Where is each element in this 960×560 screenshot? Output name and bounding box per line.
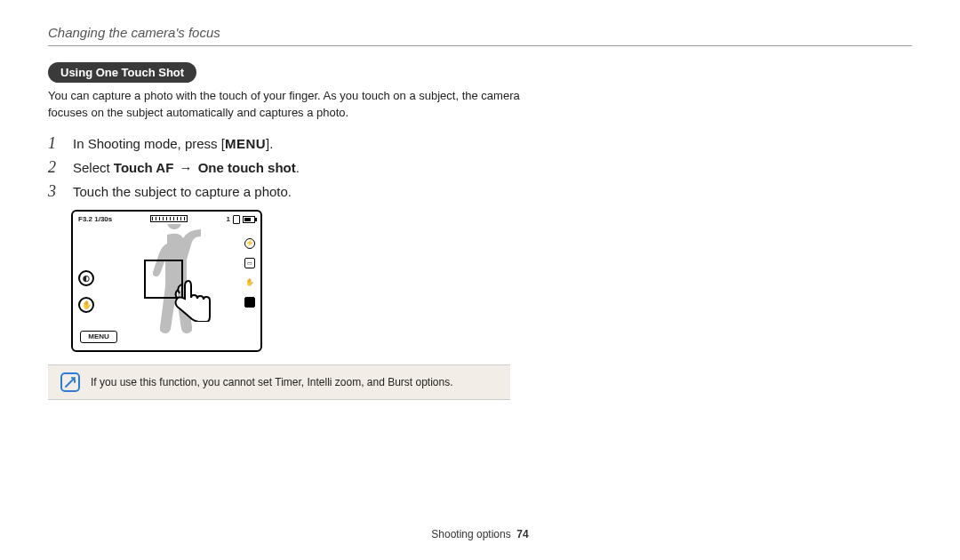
section-title: Changing the camera's focus [48,25,912,40]
stabilize-icon: ✋ [244,277,255,288]
page-footer: Shooting options 74 [0,528,960,540]
arrow-icon: → [178,160,195,175]
step-2: 2 Select Touch AF → One touch shot. [48,158,912,177]
shot-count: 1 [227,215,230,223]
step-2-part-d: . [296,160,300,175]
note-text: If you use this function, you cannot set… [91,376,453,388]
step-3: 3 Touch the subject to capture a photo. [48,182,912,201]
step-2-text: Select Touch AF → One touch shot. [73,160,300,175]
size-icon: ▭ [244,258,255,268]
camera-top-right: 1 [227,215,255,224]
camera-screen-illustration: F3.2 1/30s 1 ⚡ ▭ ✋ ◐ ✋ MENU [71,210,262,352]
step-1-part-a: In Shooting mode, press [ [73,136,225,151]
page-number: 74 [516,528,528,540]
exposure-scale-icon [150,215,188,222]
battery-icon [243,216,255,223]
step-1-part-b: ]. [266,136,273,151]
sd-card-icon [233,215,240,224]
step-2-touch-af: Touch AF [114,160,174,175]
horizontal-rule [48,45,912,46]
note-box: If you use this function, you cannot set… [48,364,510,400]
footer-section-label: Shooting options [431,528,510,540]
camera-top-bar: F3.2 1/30s 1 [73,215,260,224]
menu-keyword: MENU [225,136,266,151]
touch-hand-icon [172,277,213,322]
step-number: 3 [48,182,64,201]
step-number: 1 [48,134,64,153]
steps-list: 1 In Shooting mode, press [MENU]. 2 Sele… [48,134,912,201]
camera-left-icons: ◐ ✋ [78,270,94,313]
camera-right-icons: ⚡ ▭ ✋ [244,238,255,308]
camera-menu-button: MENU [80,331,117,343]
step-2-one-touch: One touch shot [198,160,296,175]
mode-dial-icon: ◐ [78,270,94,286]
step-3-text: Touch the subject to capture a photo. [73,184,292,199]
step-number: 2 [48,158,64,177]
metering-icon [244,297,255,308]
touch-shot-icon: ✋ [78,297,94,313]
flash-icon: ⚡ [244,238,255,249]
step-1-text: In Shooting mode, press [MENU]. [73,136,273,151]
exposure-readout: F3.2 1/30s [78,215,112,224]
step-2-part-a: Select [73,160,114,175]
intro-paragraph: You can capture a photo with the touch o… [48,88,546,122]
step-1: 1 In Shooting mode, press [MENU]. [48,134,912,153]
note-info-icon [60,372,80,392]
subsection-pill: Using One Touch Shot [48,62,196,83]
